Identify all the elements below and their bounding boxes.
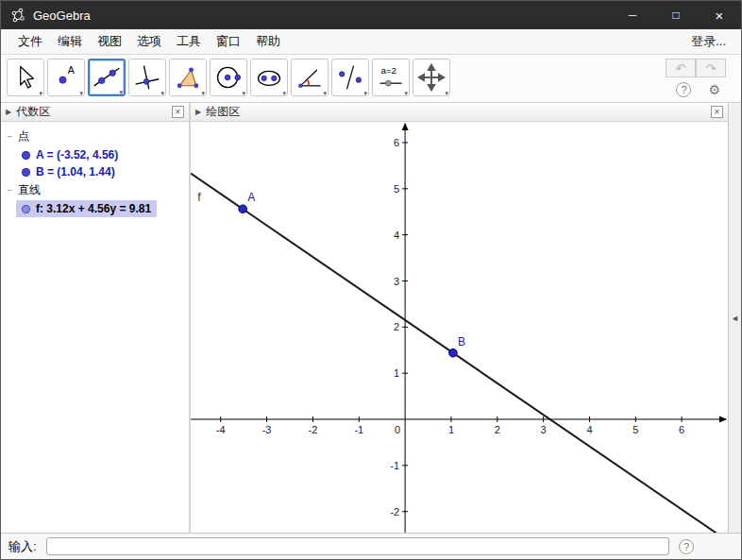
tick-label: 1 bbox=[448, 424, 454, 435]
algebra-item[interactable]: A = (-3.52, 4.56) bbox=[16, 146, 124, 163]
close-button[interactable]: × bbox=[698, 1, 741, 29]
point-B[interactable] bbox=[449, 348, 458, 357]
command-input[interactable] bbox=[46, 537, 669, 555]
menu-item-2[interactable]: 编辑 bbox=[50, 33, 90, 50]
tick-label: 2 bbox=[495, 424, 500, 435]
tool-conic-button[interactable]: ▾ bbox=[250, 59, 288, 96]
tool-dropdown-icon[interactable]: ▾ bbox=[242, 90, 245, 96]
tool-line-button[interactable]: ▾ bbox=[88, 59, 126, 96]
tool-reflect-button[interactable]: ▾ bbox=[331, 59, 369, 96]
expander-icon[interactable]: ▶ bbox=[195, 108, 201, 116]
algebra-tree: −点A = (-3.52, 4.56)B = (1.04, 1.44)−直线f:… bbox=[1, 122, 189, 533]
y-axis-arrow bbox=[402, 123, 409, 130]
geogebra-window: GeoGebra ─ □ × 文件编辑视图选项工具窗口帮助 登录... ▾A▾▾… bbox=[0, 0, 742, 560]
window-controls: ─ □ × bbox=[611, 1, 741, 29]
menu-list: 文件编辑视图选项工具窗口帮助 bbox=[10, 33, 288, 50]
tool-move-button[interactable]: ▾ bbox=[7, 59, 44, 96]
tick-label: 3 bbox=[541, 424, 547, 435]
tool-dropdown-icon[interactable]: ▾ bbox=[282, 90, 286, 96]
polygon-icon bbox=[174, 63, 202, 92]
undo-button[interactable]: ↶ bbox=[666, 59, 696, 77]
tick-label: 6 bbox=[394, 137, 399, 148]
menu-item-5[interactable]: 工具 bbox=[169, 33, 209, 50]
input-help-icon[interactable]: ? bbox=[679, 539, 694, 554]
move-view-icon bbox=[417, 63, 446, 92]
graphics-close-icon[interactable]: × bbox=[711, 106, 723, 118]
object-bullet-icon[interactable] bbox=[22, 151, 30, 160]
move-icon bbox=[11, 63, 40, 92]
line-icon bbox=[93, 63, 121, 92]
tool-move-view-button[interactable]: ▾ bbox=[413, 59, 450, 96]
tick-label: 5 bbox=[632, 424, 638, 435]
algebra-item[interactable]: f: 3.12x + 4.56y = 9.81 bbox=[16, 200, 157, 217]
minimize-button[interactable]: ─ bbox=[611, 1, 654, 29]
algebra-group-2[interactable]: −直线 bbox=[3, 180, 187, 200]
x-axis-arrow bbox=[719, 416, 727, 423]
tool-circle-button[interactable]: ▾ bbox=[210, 59, 247, 96]
tick-label: 6 bbox=[679, 424, 684, 435]
tool-dropdown-icon[interactable]: ▾ bbox=[445, 90, 448, 96]
algebra-item[interactable]: B = (1.04, 1.44) bbox=[16, 163, 121, 180]
redo-button[interactable]: ↷ bbox=[696, 59, 726, 77]
tool-dropdown-icon[interactable]: ▾ bbox=[160, 90, 164, 96]
menu-item-3[interactable]: 视图 bbox=[90, 33, 129, 50]
graphics-panel-header: ▶ 绘图区 × bbox=[191, 103, 728, 122]
menu-item-1[interactable]: 文件 bbox=[10, 33, 50, 50]
algebra-item-text: B = (1.04, 1.44) bbox=[36, 165, 115, 178]
tool-dropdown-icon[interactable]: ▾ bbox=[39, 90, 42, 96]
point-icon: A bbox=[52, 63, 80, 92]
tool-dropdown-icon[interactable]: ▾ bbox=[201, 90, 205, 96]
algebra-group-1[interactable]: −点 bbox=[3, 127, 187, 146]
tool-point-button[interactable]: A▾ bbox=[47, 59, 85, 96]
tool-dropdown-icon[interactable]: ▾ bbox=[79, 90, 83, 96]
graphics-panel: ▶ 绘图区 × -4-3-2-10123456-2-1123456fAB bbox=[191, 103, 728, 533]
tick-label: -1 bbox=[390, 460, 399, 471]
side-panel-strip: ◄ bbox=[728, 103, 741, 533]
tick-label: -1 bbox=[354, 424, 363, 435]
graphics-canvas[interactable]: -4-3-2-10123456-2-1123456fAB bbox=[191, 122, 728, 533]
object-bullet-icon[interactable] bbox=[22, 168, 30, 177]
tick-label: 1 bbox=[394, 367, 399, 379]
collapse-panel-icon[interactable]: ◄ bbox=[731, 314, 739, 323]
slider-icon: a=2 bbox=[377, 63, 405, 92]
object-bullet-icon[interactable] bbox=[22, 205, 30, 213]
tick-label: 0 bbox=[395, 424, 400, 435]
menu-bar: 文件编辑视图选项工具窗口帮助 登录... bbox=[1, 29, 741, 55]
expander-icon[interactable]: ▶ bbox=[6, 108, 11, 116]
gear-icon[interactable]: ⚙ bbox=[708, 82, 720, 97]
tick-label: 4 bbox=[586, 424, 592, 435]
tool-slider-button[interactable]: a=2▾ bbox=[372, 59, 410, 96]
menu-item-4[interactable]: 选项 bbox=[129, 33, 169, 50]
menu-item-6[interactable]: 窗口 bbox=[209, 33, 248, 50]
algebra-close-icon[interactable]: × bbox=[172, 106, 184, 118]
tool-dropdown-icon[interactable]: ▾ bbox=[404, 90, 408, 96]
point-label-A: A bbox=[247, 191, 255, 204]
line-f bbox=[191, 174, 728, 533]
login-link[interactable]: 登录... bbox=[691, 33, 732, 50]
point-A[interactable] bbox=[239, 205, 247, 213]
algebra-group-label: 点 bbox=[18, 128, 29, 144]
tool-list: ▾A▾▾▾▾▾▾▾▾a=2▾▾ bbox=[7, 59, 450, 96]
tool-polygon-button[interactable]: ▾ bbox=[169, 59, 207, 96]
tool-dropdown-icon[interactable]: ▾ bbox=[323, 90, 327, 96]
algebra-panel-title: 代数区 bbox=[16, 104, 50, 120]
main-area: ▶ 代数区 × −点A = (-3.52, 4.56)B = (1.04, 1.… bbox=[1, 103, 741, 533]
window-title: GeoGebra bbox=[33, 8, 91, 23]
tool-dropdown-icon[interactable]: ▾ bbox=[119, 89, 123, 95]
tick-label: -3 bbox=[262, 424, 272, 435]
input-label: 输入: bbox=[8, 538, 37, 555]
tool-perpendicular-button[interactable]: ▾ bbox=[128, 59, 166, 96]
help-icon[interactable]: ? bbox=[676, 82, 691, 97]
algebra-group-label: 直线 bbox=[18, 182, 41, 198]
angle-icon bbox=[295, 63, 324, 92]
maximize-button[interactable]: □ bbox=[654, 1, 698, 29]
menu-item-7[interactable]: 帮助 bbox=[248, 33, 288, 50]
tool-dropdown-icon[interactable]: ▾ bbox=[363, 90, 367, 96]
tool-angle-button[interactable]: ▾ bbox=[291, 59, 329, 96]
algebra-panel: ▶ 代数区 × −点A = (-3.52, 4.56)B = (1.04, 1.… bbox=[1, 103, 191, 533]
tree-collapse-icon[interactable]: − bbox=[6, 185, 14, 195]
tree-collapse-icon[interactable]: − bbox=[6, 131, 14, 142]
tick-label: -2 bbox=[390, 506, 399, 518]
tick-label: 2 bbox=[394, 321, 399, 332]
toolbar: ▾A▾▾▾▾▾▾▾▾a=2▾▾ ↶ ↷ ? ⚙ bbox=[1, 55, 741, 103]
